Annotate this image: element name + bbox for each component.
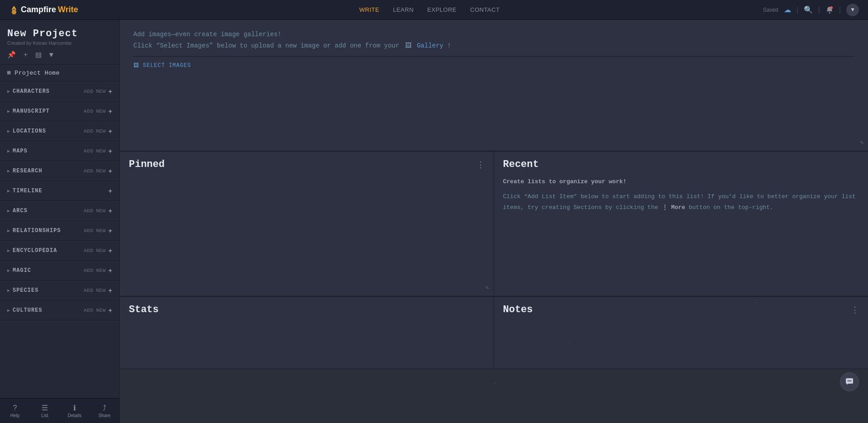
filter-button[interactable]: ▼	[48, 50, 55, 59]
encyclopedia-new-btn[interactable]: NEW	[96, 248, 106, 253]
characters-add-btn[interactable]: ADD	[84, 89, 93, 94]
encyclopedia-plus-btn[interactable]: +	[108, 247, 112, 254]
maps-add-btn[interactable]: ADD	[84, 148, 93, 154]
pin-button[interactable]: 📌	[7, 50, 16, 59]
sidebar-item-cultures[interactable]: ▶ CULTURES ADD NEW +	[0, 300, 119, 320]
project-home-label: Project Home	[14, 70, 60, 76]
sidebar-items-list: ▶ CHARACTERS ADD NEW + ▶ MANUSCRIPT ADD …	[0, 81, 119, 398]
arrow-icon: ▶	[7, 228, 10, 233]
sidebar-item-encyclopedia[interactable]: ▶ ENCYCLOPEDIA ADD NEW +	[0, 241, 119, 261]
bottom-nav-help[interactable]: ? Help	[0, 399, 30, 423]
characters-new-btn[interactable]: NEW	[96, 89, 106, 94]
sidebar-item-label: SPECIES	[13, 287, 38, 294]
user-avatar[interactable]: ▼	[846, 4, 859, 16]
image-btn-icon: 🖼	[133, 62, 139, 69]
arrow-icon: ▶	[7, 208, 10, 214]
main-panels-grid: Pinned ⋮ ✎ Recent Create lists to organi…	[120, 151, 868, 296]
bottom-panels-grid: Stats Notes ⋮	[120, 296, 868, 369]
arcs-plus-btn[interactable]: +	[108, 208, 112, 214]
sidebar-item-timeline[interactable]: ▶ TIMELINE +	[0, 181, 119, 201]
arrow-icon: ▶	[7, 109, 10, 114]
bottom-nav-list[interactable]: ☰ List	[30, 399, 60, 423]
locations-new-btn[interactable]: NEW	[96, 128, 106, 134]
locations-add-btn[interactable]: ADD	[84, 128, 93, 134]
sidebar-item-label: CHARACTERS	[13, 88, 50, 95]
view-button[interactable]: ▤	[35, 50, 42, 59]
species-new-btn[interactable]: NEW	[96, 288, 106, 293]
nav-contact[interactable]: CONTACT	[470, 6, 500, 13]
cultures-new-btn[interactable]: NEW	[96, 308, 106, 313]
sidebar-item-maps[interactable]: ▶ MAPS ADD NEW +	[0, 141, 119, 161]
magic-new-btn[interactable]: NEW	[96, 268, 106, 273]
sidebar-item-manuscript[interactable]: ▶ MANUSCRIPT ADD NEW +	[0, 101, 119, 121]
arrow-icon: ▶	[7, 168, 10, 174]
manuscript-add-btn[interactable]: ADD	[84, 109, 93, 114]
select-images-button[interactable]: 🖼 SELECT IMAGES	[133, 62, 191, 69]
relationships-new-btn[interactable]: NEW	[96, 228, 106, 233]
notes-panel: Notes ⋮	[494, 297, 868, 369]
sidebar-item-species[interactable]: ▶ SPECIES ADD NEW +	[0, 280, 119, 300]
notes-panel-header: Notes ⋮	[503, 304, 859, 315]
notification-button[interactable]	[826, 6, 834, 14]
image-edit-icon[interactable]: ✎	[860, 139, 863, 146]
relationships-plus-btn[interactable]: +	[108, 228, 112, 234]
magic-plus-btn[interactable]: +	[108, 267, 112, 274]
characters-plus-btn[interactable]: +	[108, 88, 112, 95]
pinned-panel: Pinned ⋮ ✎	[120, 152, 494, 296]
recent-panel-header: Recent	[503, 159, 859, 170]
sidebar: New Project Created by Keiran Harcombe 📌…	[0, 20, 120, 423]
sidebar-item-label: MANUSCRIPT	[13, 108, 50, 114]
cloud-button[interactable]: ☁	[784, 5, 791, 14]
magic-add-btn[interactable]: ADD	[84, 268, 93, 273]
select-images-row: 🖼 SELECT IMAGES	[133, 56, 854, 74]
project-home-item[interactable]: ⊞ Project Home	[0, 65, 119, 81]
research-add-btn[interactable]: ADD	[84, 168, 93, 174]
bottom-nav-share[interactable]: ⤴ Share	[90, 399, 119, 423]
maps-new-btn[interactable]: NEW	[96, 148, 106, 154]
manuscript-new-btn[interactable]: NEW	[96, 109, 106, 114]
content-area: Add images—even create image galleries! …	[120, 20, 868, 423]
sidebar-item-locations[interactable]: ▶ LOCATIONS ADD NEW +	[0, 121, 119, 141]
sidebar-item-research[interactable]: ▶ RESEARCH ADD NEW +	[0, 161, 119, 181]
relationships-add-btn[interactable]: ADD	[84, 228, 93, 233]
bottom-nav-details[interactable]: ℹ Details	[60, 399, 90, 423]
nav-explore[interactable]: EXPLORE	[427, 6, 457, 13]
research-new-btn[interactable]: NEW	[96, 168, 106, 174]
cultures-plus-btn[interactable]: +	[108, 307, 112, 314]
sidebar-item-relationships[interactable]: ▶ RELATIONSHIPS ADD NEW +	[0, 221, 119, 241]
maps-plus-btn[interactable]: +	[108, 148, 112, 154]
logo[interactable]: Campfire Write	[9, 5, 78, 15]
svg-point-5	[849, 380, 850, 381]
chat-button[interactable]	[840, 372, 859, 391]
pinned-title: Pinned	[129, 159, 165, 170]
sidebar-item-magic[interactable]: ▶ MAGIC ADD NEW +	[0, 261, 119, 280]
gallery-link[interactable]: Gallery	[417, 42, 443, 49]
locations-plus-btn[interactable]: +	[108, 128, 112, 134]
encyclopedia-add-btn[interactable]: ADD	[84, 248, 93, 253]
sidebar-action-buttons: 📌 ＋ ▤ ▼	[7, 50, 112, 59]
stats-panel-header: Stats	[129, 304, 485, 315]
search-button[interactable]: 🔍	[804, 5, 813, 14]
nav-write[interactable]: WRITE	[359, 6, 379, 13]
sidebar-item-arcs[interactable]: ▶ ARCS ADD NEW +	[0, 201, 119, 221]
cultures-add-btn[interactable]: ADD	[84, 308, 93, 313]
arrow-icon: ▶	[7, 308, 10, 313]
recent-hint-bold: Create lists to organize your work!	[503, 176, 859, 187]
research-plus-btn[interactable]: +	[108, 168, 112, 174]
manuscript-plus-btn[interactable]: +	[108, 108, 112, 114]
add-folder-button[interactable]: ＋	[22, 50, 29, 59]
notes-menu-button[interactable]: ⋮	[851, 305, 859, 315]
species-plus-btn[interactable]: +	[108, 287, 112, 294]
pinned-menu-button[interactable]: ⋮	[476, 160, 485, 170]
chat-icon	[845, 377, 854, 386]
species-add-btn[interactable]: ADD	[84, 288, 93, 293]
nav-learn[interactable]: LEARN	[393, 6, 414, 13]
sidebar-item-characters[interactable]: ▶ CHARACTERS ADD NEW +	[0, 81, 119, 101]
arcs-new-btn[interactable]: NEW	[96, 208, 106, 214]
arcs-add-btn[interactable]: ADD	[84, 208, 93, 214]
sidebar-header: New Project Created by Keiran Harcombe 📌…	[0, 20, 119, 65]
pinned-edit-icon[interactable]: ✎	[486, 285, 489, 291]
sidebar-item-label: RELATIONSHIPS	[13, 228, 61, 234]
pinned-panel-header: Pinned ⋮	[129, 159, 485, 170]
timeline-plus-btn[interactable]: +	[108, 188, 112, 194]
